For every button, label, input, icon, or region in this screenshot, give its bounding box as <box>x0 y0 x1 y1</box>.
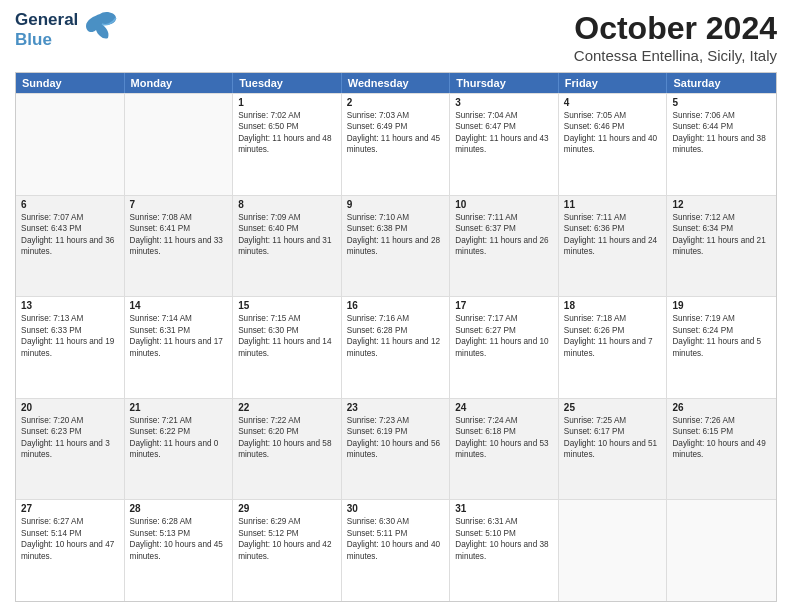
calendar-cell-1-2 <box>125 94 234 195</box>
calendar-cell-2-4: 9Sunrise: 7:10 AM Sunset: 6:38 PM Daylig… <box>342 196 451 297</box>
calendar-cell-5-4: 30Sunrise: 6:30 AM Sunset: 5:11 PM Dayli… <box>342 500 451 601</box>
calendar-cell-3-3: 15Sunrise: 7:15 AM Sunset: 6:30 PM Dayli… <box>233 297 342 398</box>
header-sunday: Sunday <box>16 73 125 93</box>
page: General Blue October 2024 Contessa Entel… <box>0 0 792 612</box>
calendar-cell-2-7: 12Sunrise: 7:12 AM Sunset: 6:34 PM Dayli… <box>667 196 776 297</box>
day-info: Sunrise: 7:15 AM Sunset: 6:30 PM Dayligh… <box>238 313 336 359</box>
calendar-header: Sunday Monday Tuesday Wednesday Thursday… <box>16 73 776 93</box>
day-number: 22 <box>238 402 336 413</box>
calendar-cell-1-4: 2Sunrise: 7:03 AM Sunset: 6:49 PM Daylig… <box>342 94 451 195</box>
day-info: Sunrise: 6:27 AM Sunset: 5:14 PM Dayligh… <box>21 516 119 562</box>
day-number: 21 <box>130 402 228 413</box>
day-info: Sunrise: 7:13 AM Sunset: 6:33 PM Dayligh… <box>21 313 119 359</box>
calendar-cell-2-1: 6Sunrise: 7:07 AM Sunset: 6:43 PM Daylig… <box>16 196 125 297</box>
day-number: 14 <box>130 300 228 311</box>
day-number: 24 <box>455 402 553 413</box>
calendar-cell-3-6: 18Sunrise: 7:18 AM Sunset: 6:26 PM Dayli… <box>559 297 668 398</box>
calendar-cell-2-3: 8Sunrise: 7:09 AM Sunset: 6:40 PM Daylig… <box>233 196 342 297</box>
calendar: Sunday Monday Tuesday Wednesday Thursday… <box>15 72 777 602</box>
day-number: 15 <box>238 300 336 311</box>
calendar-cell-5-5: 31Sunrise: 6:31 AM Sunset: 5:10 PM Dayli… <box>450 500 559 601</box>
calendar-cell-4-6: 25Sunrise: 7:25 AM Sunset: 6:17 PM Dayli… <box>559 399 668 500</box>
day-info: Sunrise: 7:17 AM Sunset: 6:27 PM Dayligh… <box>455 313 553 359</box>
day-number: 2 <box>347 97 445 108</box>
day-number: 20 <box>21 402 119 413</box>
subtitle: Contessa Entellina, Sicily, Italy <box>574 47 777 64</box>
calendar-row-1: 1Sunrise: 7:02 AM Sunset: 6:50 PM Daylig… <box>16 93 776 195</box>
calendar-cell-1-6: 4Sunrise: 7:05 AM Sunset: 6:46 PM Daylig… <box>559 94 668 195</box>
day-info: Sunrise: 7:09 AM Sunset: 6:40 PM Dayligh… <box>238 212 336 258</box>
day-number: 9 <box>347 199 445 210</box>
day-info: Sunrise: 7:14 AM Sunset: 6:31 PM Dayligh… <box>130 313 228 359</box>
day-info: Sunrise: 7:04 AM Sunset: 6:47 PM Dayligh… <box>455 110 553 156</box>
day-number: 26 <box>672 402 771 413</box>
logo-bird-icon <box>82 10 118 46</box>
header-wednesday: Wednesday <box>342 73 451 93</box>
day-info: Sunrise: 7:19 AM Sunset: 6:24 PM Dayligh… <box>672 313 771 359</box>
day-number: 17 <box>455 300 553 311</box>
header-tuesday: Tuesday <box>233 73 342 93</box>
day-info: Sunrise: 7:23 AM Sunset: 6:19 PM Dayligh… <box>347 415 445 461</box>
logo: General Blue <box>15 10 118 49</box>
day-info: Sunrise: 7:21 AM Sunset: 6:22 PM Dayligh… <box>130 415 228 461</box>
logo-blue: Blue <box>15 30 78 50</box>
day-number: 16 <box>347 300 445 311</box>
day-number: 13 <box>21 300 119 311</box>
day-info: Sunrise: 7:26 AM Sunset: 6:15 PM Dayligh… <box>672 415 771 461</box>
calendar-cell-4-1: 20Sunrise: 7:20 AM Sunset: 6:23 PM Dayli… <box>16 399 125 500</box>
day-info: Sunrise: 7:07 AM Sunset: 6:43 PM Dayligh… <box>21 212 119 258</box>
day-info: Sunrise: 7:22 AM Sunset: 6:20 PM Dayligh… <box>238 415 336 461</box>
calendar-body: 1Sunrise: 7:02 AM Sunset: 6:50 PM Daylig… <box>16 93 776 601</box>
day-number: 3 <box>455 97 553 108</box>
day-info: Sunrise: 7:08 AM Sunset: 6:41 PM Dayligh… <box>130 212 228 258</box>
day-info: Sunrise: 7:03 AM Sunset: 6:49 PM Dayligh… <box>347 110 445 156</box>
day-info: Sunrise: 7:25 AM Sunset: 6:17 PM Dayligh… <box>564 415 662 461</box>
calendar-cell-3-2: 14Sunrise: 7:14 AM Sunset: 6:31 PM Dayli… <box>125 297 234 398</box>
header-monday: Monday <box>125 73 234 93</box>
day-info: Sunrise: 7:18 AM Sunset: 6:26 PM Dayligh… <box>564 313 662 359</box>
calendar-cell-5-3: 29Sunrise: 6:29 AM Sunset: 5:12 PM Dayli… <box>233 500 342 601</box>
header-friday: Friday <box>559 73 668 93</box>
day-info: Sunrise: 7:11 AM Sunset: 6:36 PM Dayligh… <box>564 212 662 258</box>
day-info: Sunrise: 7:12 AM Sunset: 6:34 PM Dayligh… <box>672 212 771 258</box>
calendar-cell-1-7: 5Sunrise: 7:06 AM Sunset: 6:44 PM Daylig… <box>667 94 776 195</box>
day-number: 28 <box>130 503 228 514</box>
day-number: 7 <box>130 199 228 210</box>
day-number: 31 <box>455 503 553 514</box>
calendar-cell-5-7 <box>667 500 776 601</box>
day-number: 30 <box>347 503 445 514</box>
header: General Blue October 2024 Contessa Entel… <box>15 10 777 64</box>
calendar-cell-4-2: 21Sunrise: 7:21 AM Sunset: 6:22 PM Dayli… <box>125 399 234 500</box>
main-title: October 2024 <box>574 10 777 47</box>
calendar-cell-3-1: 13Sunrise: 7:13 AM Sunset: 6:33 PM Dayli… <box>16 297 125 398</box>
calendar-cell-5-1: 27Sunrise: 6:27 AM Sunset: 5:14 PM Dayli… <box>16 500 125 601</box>
day-info: Sunrise: 6:29 AM Sunset: 5:12 PM Dayligh… <box>238 516 336 562</box>
calendar-cell-5-2: 28Sunrise: 6:28 AM Sunset: 5:13 PM Dayli… <box>125 500 234 601</box>
day-number: 23 <box>347 402 445 413</box>
calendar-row-2: 6Sunrise: 7:07 AM Sunset: 6:43 PM Daylig… <box>16 195 776 297</box>
day-number: 10 <box>455 199 553 210</box>
calendar-cell-3-5: 17Sunrise: 7:17 AM Sunset: 6:27 PM Dayli… <box>450 297 559 398</box>
calendar-cell-1-1 <box>16 94 125 195</box>
day-info: Sunrise: 7:10 AM Sunset: 6:38 PM Dayligh… <box>347 212 445 258</box>
day-info: Sunrise: 7:11 AM Sunset: 6:37 PM Dayligh… <box>455 212 553 258</box>
day-info: Sunrise: 6:31 AM Sunset: 5:10 PM Dayligh… <box>455 516 553 562</box>
logo-general: General <box>15 10 78 30</box>
calendar-cell-5-6 <box>559 500 668 601</box>
day-info: Sunrise: 6:28 AM Sunset: 5:13 PM Dayligh… <box>130 516 228 562</box>
calendar-cell-3-7: 19Sunrise: 7:19 AM Sunset: 6:24 PM Dayli… <box>667 297 776 398</box>
day-number: 18 <box>564 300 662 311</box>
calendar-cell-3-4: 16Sunrise: 7:16 AM Sunset: 6:28 PM Dayli… <box>342 297 451 398</box>
day-info: Sunrise: 7:16 AM Sunset: 6:28 PM Dayligh… <box>347 313 445 359</box>
day-number: 27 <box>21 503 119 514</box>
day-number: 4 <box>564 97 662 108</box>
day-info: Sunrise: 7:06 AM Sunset: 6:44 PM Dayligh… <box>672 110 771 156</box>
calendar-cell-4-7: 26Sunrise: 7:26 AM Sunset: 6:15 PM Dayli… <box>667 399 776 500</box>
day-number: 5 <box>672 97 771 108</box>
day-info: Sunrise: 7:05 AM Sunset: 6:46 PM Dayligh… <box>564 110 662 156</box>
calendar-cell-1-3: 1Sunrise: 7:02 AM Sunset: 6:50 PM Daylig… <box>233 94 342 195</box>
title-block: October 2024 Contessa Entellina, Sicily,… <box>574 10 777 64</box>
header-thursday: Thursday <box>450 73 559 93</box>
header-saturday: Saturday <box>667 73 776 93</box>
day-number: 19 <box>672 300 771 311</box>
